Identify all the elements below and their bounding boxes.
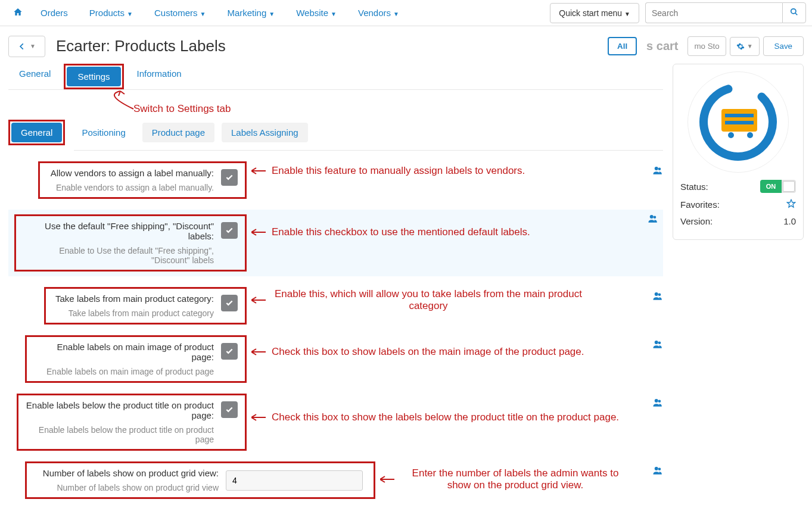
arrow-left-icon (18, 42, 26, 51)
chevron-down-icon: ▼ (393, 11, 399, 17)
annotation-text: Check this box to show the labels below … (272, 411, 619, 423)
svg-point-13 (658, 342, 661, 345)
tab-general[interactable]: General (8, 64, 61, 89)
nav-label: Orders (41, 8, 68, 18)
vendors-icon[interactable] (652, 465, 663, 479)
check-icon (225, 347, 234, 355)
svg-line-1 (795, 13, 798, 15)
svg-point-6 (650, 215, 654, 219)
vendors-icon[interactable] (652, 165, 663, 179)
toggle-knob (783, 181, 795, 192)
sidebar: Status: ON Favorites: Version: 1.0 (673, 64, 804, 510)
svg-point-7 (654, 216, 657, 219)
annotation-text: Enter the number of labels the admin wan… (400, 467, 630, 491)
field-label: Number of labels show on product grid vi… (34, 468, 219, 478)
nav-customers[interactable]: Customers▼ (144, 1, 216, 25)
top-nav: Orders Products▼ Customers▼ Marketing▼ W… (0, 0, 812, 26)
all-button[interactable]: All (608, 37, 637, 55)
svg-point-15 (655, 399, 658, 403)
svg-rect-21 (725, 114, 754, 117)
subtab-product-page[interactable]: Product page (142, 123, 214, 142)
settings-form: Allow vendors to assign a label manually… (8, 161, 663, 499)
svg-point-10 (658, 294, 661, 297)
checkbox-main-image[interactable] (221, 343, 238, 360)
checkbox-below-title[interactable] (221, 401, 238, 418)
favorites-row: Favorites: (680, 199, 796, 210)
settings-button[interactable]: ▼ (730, 37, 760, 56)
nav-orders[interactable]: Orders (30, 1, 79, 25)
setting-row-grid-count: Number of labels show on product grid vi… (25, 461, 663, 499)
main-content: General Settings Information Switch to S… (8, 64, 663, 510)
vendors-icon[interactable] (652, 397, 663, 411)
field-help: Take labels from main product category (53, 308, 214, 318)
nav-website[interactable]: Website▼ (285, 1, 347, 25)
annotation-box: Settings (64, 64, 123, 89)
svg-point-16 (658, 400, 661, 403)
chevron-down-icon: ▼ (747, 43, 753, 49)
field-help: Enable labels below the product title on… (26, 425, 214, 444)
vendors-icon[interactable] (652, 291, 663, 304)
check-icon (225, 405, 234, 414)
check-icon (225, 299, 234, 307)
check-icon (225, 173, 234, 182)
nav-label: Vendors (358, 8, 391, 18)
svg-point-0 (791, 9, 796, 14)
search-icon (790, 8, 798, 16)
search-button[interactable] (782, 2, 806, 23)
svg-point-12 (655, 341, 658, 344)
back-button[interactable]: ▼ (8, 36, 45, 57)
status-row: Status: ON (680, 180, 796, 193)
chevron-down-icon: ▼ (269, 11, 275, 17)
addon-logo (687, 71, 789, 173)
field-label: Enable labels below the product title on… (26, 400, 214, 420)
quick-start-button[interactable]: Quick start menu▼ (550, 3, 639, 23)
gear-icon (736, 42, 745, 51)
version-label: Version: (680, 216, 713, 226)
field-label: Take labels from main product category: (53, 294, 214, 304)
main-menu: Orders Products▼ Customers▼ Marketing▼ W… (30, 1, 410, 25)
nav-label: Marketing (227, 8, 266, 18)
nav-label: Products (89, 8, 125, 18)
tab-information[interactable]: Information (126, 64, 192, 89)
subtab-general[interactable]: General (11, 123, 62, 142)
favorites-label: Favorites: (680, 199, 720, 210)
tab-settings[interactable]: Settings (67, 67, 120, 86)
nav-products[interactable]: Products▼ (79, 1, 144, 25)
field-label: Use the default "Free shipping", "Discou… (23, 221, 214, 241)
status-toggle[interactable]: ON (760, 180, 796, 193)
star-icon[interactable] (786, 199, 796, 210)
annotation-box: General (8, 120, 65, 145)
nav-marketing[interactable]: Marketing▼ (216, 1, 285, 25)
field-help: Enable to Use the default "Free shipping… (23, 246, 214, 265)
setting-row-default-labels: Use the default "Free shipping", "Discou… (8, 210, 663, 276)
version-row: Version: 1.0 (680, 216, 796, 226)
checkbox-default-labels[interactable] (221, 222, 238, 239)
save-button[interactable]: Save (763, 36, 804, 56)
setting-row-allow-vendors: Allow vendors to assign a label manually… (38, 161, 663, 199)
title-bar: ▼ Ecarter: Products Labels All s cart mo… (0, 26, 812, 64)
search-input[interactable] (645, 2, 782, 23)
svg-point-24 (747, 132, 753, 138)
nav-label: Website (296, 8, 328, 18)
demo-store-button[interactable]: mo Sto (687, 36, 726, 56)
svg-point-4 (658, 168, 661, 171)
home-icon[interactable] (6, 7, 30, 19)
nav-vendors[interactable]: Vendors▼ (347, 1, 410, 25)
chevron-down-icon: ▼ (127, 11, 133, 17)
vendors-icon[interactable] (648, 213, 658, 227)
checkbox-allow-vendors[interactable] (221, 169, 238, 186)
vendors-icon[interactable] (652, 339, 663, 352)
grid-count-input[interactable] (226, 470, 363, 491)
setting-row-main-image: Enable labels on main image of product p… (25, 335, 663, 383)
status-label: Status: (680, 182, 708, 192)
subtab-labels-assigning[interactable]: Labels Assigning (222, 123, 308, 142)
page-title: Ecarter: Products Labels (56, 37, 226, 55)
annotation-text: Enable this feature to manually assign l… (272, 165, 525, 177)
field-label: Allow vendors to assign a label manually… (47, 168, 214, 178)
svg-point-23 (728, 132, 734, 138)
subtab-positioning[interactable]: Positioning (72, 123, 135, 142)
cart-fragment: s cart (640, 35, 684, 58)
field-help: Enable vendors to assign a label manuall… (47, 183, 214, 192)
checkbox-main-category[interactable] (221, 295, 238, 311)
search-wrap (645, 2, 806, 23)
